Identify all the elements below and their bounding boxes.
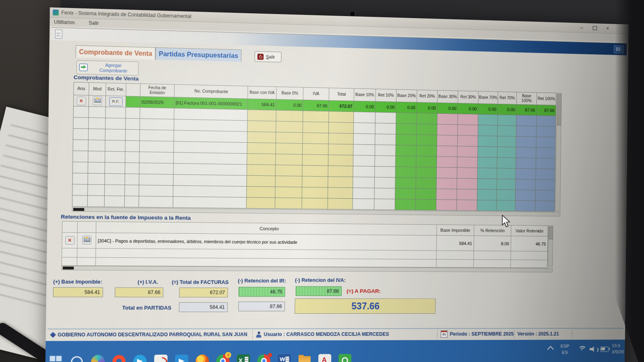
ret-iva-label: (-) Retencion del IVA:	[295, 278, 346, 283]
cell-ret-10: 0.00	[376, 101, 396, 113]
windows-start-icon[interactable]	[49, 355, 62, 362]
telegram-desktop-icon[interactable]	[175, 354, 188, 362]
band-corner-icon[interactable]	[614, 45, 624, 53]
col-base-30: Base 30%	[438, 90, 458, 103]
delete-retention-icon[interactable]: ×	[65, 236, 74, 245]
cell-base-con-iva: 584.41	[248, 99, 276, 110]
user-icon	[256, 331, 261, 337]
status-user: Usuario : CARRASCO MENDOZA CECILIA MERCE…	[264, 331, 389, 337]
recycle-bin-icon[interactable]	[154, 355, 168, 362]
retentions-grid: Concepto Base Imponible % Retención Valo…	[62, 221, 553, 268]
ret-ir-value: 46.75	[239, 287, 285, 296]
clock[interactable]: 15:5 3/9/20	[612, 342, 624, 355]
acrobat-reader-icon[interactable]	[318, 354, 331, 362]
cell-ret-20: 0.00	[417, 102, 437, 113]
tray-chevron-icon[interactable]	[547, 346, 554, 353]
app-icon	[53, 10, 59, 16]
col-base-0: Base 0%	[276, 87, 303, 100]
retentions-vertical-scrollbar[interactable]	[548, 226, 553, 267]
window-title: Fenix - Sistema Integrado de Contabilida…	[61, 10, 191, 19]
col-ret-20: Ret 20%	[417, 90, 438, 103]
retentions-section-title: Retenciones en la fuente de Impuesto a l…	[61, 214, 191, 221]
close-button[interactable]: ×	[604, 25, 611, 32]
col-valor-retenido: Valor Retenido	[511, 225, 548, 236]
facturas-label: (=) Total de FACTURAS	[172, 279, 229, 285]
col-iva: IVA	[303, 87, 329, 100]
cell-base-100: 87.66	[516, 104, 537, 115]
document-icon	[55, 29, 62, 39]
col-comprobante: No. Comprobante	[174, 84, 248, 99]
modify-row-icon[interactable]	[93, 96, 102, 105]
partidas-label: Total en PARTIDAS	[122, 304, 171, 311]
cell-ret-70: 0.00	[497, 104, 516, 115]
excel-icon[interactable]	[237, 354, 250, 362]
tab-comprobante-de-venta[interactable]: Comprobante de Venta	[76, 45, 156, 60]
col-base-100: Base 100%	[516, 92, 537, 105]
laptop-screen: Fenix - Sistema Integrado de Contabilida…	[45, 7, 629, 362]
restore-button[interactable]	[591, 25, 598, 31]
menu-utilitarios[interactable]: Utilitarios	[54, 19, 75, 25]
windows-taskbar: J ESP ES 15:5 3/9/20	[45, 339, 625, 362]
agregar-comprobante-button[interactable]: Agregar Comprobante	[76, 60, 138, 76]
base-imponible-value: 584.41	[53, 287, 103, 297]
cell-base-30: 0.00	[437, 103, 458, 114]
agregar-label-line2: Comprobante	[91, 68, 136, 74]
chrome-profile-icon[interactable]: J	[216, 354, 229, 362]
entity-icon	[50, 332, 56, 338]
telegram-icon[interactable]	[133, 355, 147, 362]
mouse-cursor	[501, 215, 511, 228]
battery-icon[interactable]	[601, 347, 609, 352]
a-pagar-value: 537.66	[295, 298, 436, 314]
word-icon[interactable]	[278, 354, 291, 362]
cell-ret-base: 584.41	[436, 235, 474, 251]
annul-row-icon[interactable]: ×	[76, 96, 86, 105]
col-ret-70: Ret 70%	[498, 92, 517, 105]
col-base-10: Base 10%	[354, 88, 376, 101]
cell-concepto: [304C] - Pagos a deportistas, entrenador…	[96, 233, 437, 251]
search-icon[interactable]	[71, 356, 83, 362]
opera-icon[interactable]	[112, 355, 126, 362]
col-base-70: Base 70%	[478, 91, 498, 104]
col-fecha: Fecha de Emisión	[140, 84, 174, 97]
cell-ret-pct: 8.00	[474, 236, 511, 251]
file-explorer-icon[interactable]	[298, 354, 311, 362]
cell-ret-100: 87.66	[537, 105, 556, 116]
chrome-icon[interactable]	[257, 354, 270, 362]
col-anu: Anu	[74, 82, 89, 95]
add-comprobante-icon	[79, 64, 88, 71]
salir-button-label: Salir	[266, 54, 275, 60]
col-mod: Mod	[89, 82, 106, 96]
edit-retention-icon[interactable]	[82, 236, 91, 245]
partidas-base-value: 584.41	[179, 302, 227, 312]
wifi-icon[interactable]	[578, 346, 586, 352]
calendar-icon: 31	[441, 331, 448, 338]
speaker-icon[interactable]	[590, 346, 597, 352]
a-pagar-label: (=) A PAGAR:	[347, 288, 381, 294]
cell-comprobante: [01] Factura 001-001-0000000021	[174, 97, 248, 109]
cell-ret-30: 0.00	[458, 103, 478, 114]
minimize-button[interactable]: –	[578, 24, 585, 31]
cell-ret-valor: 46.75	[511, 236, 548, 251]
paint-3d-icon[interactable]	[91, 355, 105, 362]
tab-partidas-presupuestarias[interactable]: Partidas Presupuestarias	[155, 47, 242, 62]
language-indicator[interactable]: ESP ES	[560, 343, 569, 355]
retencion-fuente-button[interactable]: R.F.	[109, 97, 123, 106]
status-period: Periodo : SEPTIEMBRE 2025	[450, 331, 514, 337]
cell-base-20: 0.00	[396, 102, 417, 113]
col-ret-10: Ret 10%	[376, 89, 396, 102]
cell-fecha: 02/09/2025	[140, 97, 174, 108]
ret-iva-value: 87.66	[295, 286, 342, 296]
salir-button[interactable]: Salir	[254, 51, 281, 62]
col-base-imponible: Base Imponible	[437, 225, 474, 236]
menu-salir[interactable]: Salir	[89, 20, 99, 26]
partidas-iva-value: 87.66	[238, 302, 285, 311]
firefox-icon[interactable]	[196, 354, 209, 362]
col-blank	[126, 83, 140, 96]
power-icon	[257, 53, 263, 60]
cell-total: 672.07	[329, 101, 354, 112]
col-base-20: Base 20%	[396, 89, 417, 102]
col-base-con-iva: Base con IVA	[248, 86, 276, 99]
iva-value: 87.66	[115, 287, 163, 297]
base-imponible-label: (+) Base Imponible:	[53, 279, 102, 285]
whatsapp-icon[interactable]	[339, 354, 351, 362]
